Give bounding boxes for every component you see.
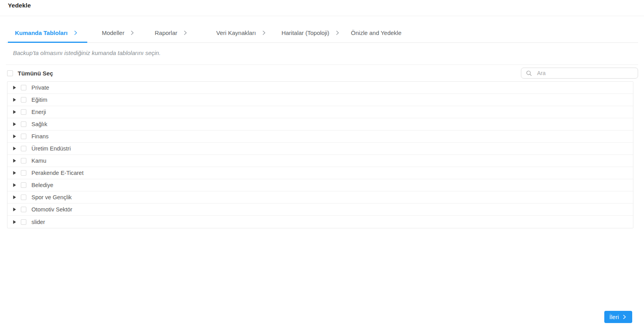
tab-modeller[interactable]: Modeller: [102, 29, 135, 42]
chevron-right-icon: [261, 30, 267, 35]
row-checkbox[interactable]: [21, 158, 26, 163]
dashboard-category-list: PrivateEğitimEnerjiSağlıkFinansÜretim En…: [7, 81, 633, 228]
row-label: Sağlık: [31, 121, 47, 127]
caret-right-icon[interactable]: [13, 220, 16, 224]
caret-right-icon[interactable]: [13, 171, 16, 175]
row-label: Enerji: [31, 109, 46, 115]
row-checkbox[interactable]: [21, 121, 26, 127]
next-button[interactable]: İleri: [604, 311, 632, 323]
caret-right-icon[interactable]: [13, 195, 16, 199]
tab-veri-kaynaklar[interactable]: Veri Kaynakları: [216, 29, 267, 42]
wizard-tabs: Kumanda TablolarıModellerRaporlarVeri Ka…: [6, 16, 638, 43]
page-title: Yedekle: [8, 2, 636, 9]
caret-right-icon[interactable]: [13, 147, 16, 151]
caret-right-icon[interactable]: [13, 98, 16, 102]
chevron-right-icon: [183, 30, 188, 35]
caret-right-icon[interactable]: [13, 110, 16, 114]
tab-raporlar[interactable]: Raporlar: [155, 29, 188, 42]
search-input[interactable]: [537, 70, 634, 76]
row-label: Üretim Endüstri: [31, 145, 71, 152]
select-all-label: Tümünü Seç: [18, 70, 53, 77]
row-label: Otomotiv Sektör: [31, 206, 72, 213]
list-toolbar: Tümünü Seç: [7, 65, 638, 81]
search-box[interactable]: [521, 68, 638, 79]
tab-label: Kumanda Tabloları: [15, 29, 68, 36]
tab-label: Haritalar (Topoloji): [282, 29, 329, 36]
tab-label: Raporlar: [155, 29, 177, 36]
row-checkbox[interactable]: [21, 97, 26, 103]
row-label: Perakende E-Ticaret: [31, 170, 83, 176]
tab-label: Önizle and Yedekle: [351, 29, 401, 36]
row-checkbox[interactable]: [21, 134, 26, 139]
instruction-text: Backup'ta olmasını istediğiniz kumanda t…: [13, 50, 638, 56]
list-item-perakende-e-ticaret[interactable]: Perakende E-Ticaret: [7, 167, 633, 179]
row-checkbox[interactable]: [21, 170, 26, 176]
row-checkbox[interactable]: [21, 146, 26, 151]
row-checkbox[interactable]: [21, 109, 26, 115]
row-label: Private: [31, 84, 49, 91]
list-item-e-itim[interactable]: Eğitim: [7, 94, 633, 106]
row-label: Finans: [31, 133, 49, 140]
chevron-right-icon: [73, 30, 78, 35]
tab-label: Veri Kaynakları: [216, 29, 256, 36]
select-all-checkbox[interactable]: [7, 70, 13, 76]
chevron-right-icon: [130, 30, 135, 35]
caret-right-icon[interactable]: [13, 134, 16, 138]
row-label: Spor ve Gençlik: [31, 194, 72, 200]
chevron-right-icon: [335, 30, 340, 35]
list-item-slider[interactable]: slider: [7, 216, 633, 228]
list-item-belediye[interactable]: Belediye: [7, 179, 633, 191]
caret-right-icon[interactable]: [13, 159, 16, 163]
row-label: Kamu: [31, 158, 46, 164]
list-item-private[interactable]: Private: [7, 82, 633, 94]
list-item-spor-ve-gen-lik[interactable]: Spor ve Gençlik: [7, 191, 633, 204]
next-button-label: İleri: [609, 314, 619, 320]
caret-right-icon[interactable]: [13, 183, 16, 187]
row-label: Belediye: [31, 182, 53, 188]
search-icon: [526, 70, 532, 76]
tab-label: Modeller: [102, 29, 125, 36]
list-item-finans[interactable]: Finans: [7, 130, 633, 143]
tab-kumanda-tablolar[interactable]: Kumanda Tabloları: [15, 29, 78, 42]
list-item-sa-l-k[interactable]: Sağlık: [7, 118, 633, 130]
select-all[interactable]: Tümünü Seç: [7, 70, 53, 77]
list-item-kamu[interactable]: Kamu: [7, 155, 633, 167]
list-item-retim-end-stri[interactable]: Üretim Endüstri: [7, 143, 633, 155]
tab-nizle-and-yedekle[interactable]: Önizle and Yedekle: [351, 29, 401, 42]
row-checkbox[interactable]: [21, 195, 26, 200]
caret-right-icon[interactable]: [13, 207, 16, 211]
row-checkbox[interactable]: [21, 85, 26, 90]
row-checkbox[interactable]: [21, 207, 26, 212]
row-checkbox[interactable]: [21, 219, 26, 225]
list-item-otomotiv-sekt-r[interactable]: Otomotiv Sektör: [7, 204, 633, 216]
row-label: slider: [31, 219, 45, 225]
tab-haritalar-topoloji[interactable]: Haritalar (Topoloji): [282, 29, 340, 42]
page-header: Yedekle: [0, 0, 644, 16]
caret-right-icon[interactable]: [13, 122, 16, 126]
list-item-enerji[interactable]: Enerji: [7, 106, 633, 118]
caret-right-icon[interactable]: [13, 86, 16, 90]
row-checkbox[interactable]: [21, 182, 26, 188]
row-label: Eğitim: [31, 97, 47, 103]
chevron-right-icon: [622, 314, 627, 319]
